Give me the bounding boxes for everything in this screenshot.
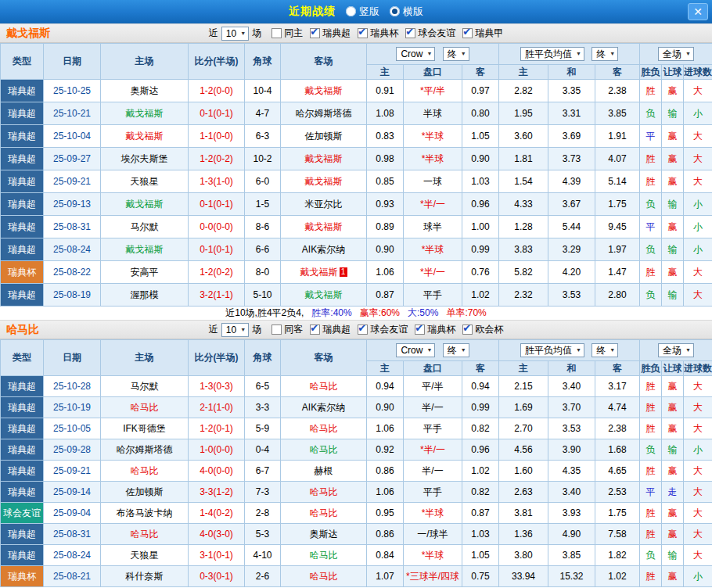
- avg-away-odds: 2.80: [595, 284, 640, 307]
- away-odds: 1.05: [462, 545, 499, 566]
- filter-checkbox-club-friendly[interactable]: 球会友谊: [405, 27, 455, 40]
- avg-home-odds: 2.15: [499, 376, 548, 397]
- avg-away-odds: 1.68: [595, 439, 640, 461]
- filter-checkbox-same-home[interactable]: 同主: [271, 27, 303, 40]
- near-label: 近: [209, 323, 218, 336]
- match-score: 1-0(0-0): [189, 439, 245, 461]
- away-odds: 0.87: [462, 503, 499, 524]
- games-count-select[interactable]: 10▼: [221, 27, 249, 41]
- match-type: 瑞典超: [1, 102, 44, 125]
- home-team: 布洛马波卡纳: [101, 503, 189, 524]
- handicap-result: 赢: [662, 148, 684, 170]
- handicap-line: *三球半/四球: [404, 566, 462, 587]
- scope-select[interactable]: 全场▼: [658, 343, 694, 357]
- home-team: 马尔默: [101, 376, 189, 397]
- goals-result: 大: [684, 376, 712, 397]
- filter-checkbox-swe-cup[interactable]: 瑞典杯: [415, 323, 455, 336]
- col-odds-away: 客: [462, 65, 499, 80]
- away-odds: 0.82: [462, 418, 499, 439]
- checkbox-icon: [358, 324, 368, 335]
- avg-time-select[interactable]: 终▼: [592, 343, 618, 357]
- layout-radio-horizontal[interactable]: 横版: [390, 5, 423, 19]
- home-odds: 1.06: [367, 418, 404, 439]
- filter-checkbox-club-friendly[interactable]: 球会友谊: [358, 323, 408, 336]
- handicap-result: 赢: [662, 566, 684, 587]
- match-row: 瑞典超25-08-24戴戈福斯0-1(0-1)6-6AIK索尔纳0.90*半球0…: [1, 238, 712, 261]
- goals-result: 大: [684, 284, 712, 307]
- home-team: 哈马比: [101, 397, 189, 418]
- avg-draw-odds: 3.53: [548, 418, 595, 439]
- odds-time-select[interactable]: 终▼: [443, 343, 469, 357]
- chevron-down-icon: ▼: [576, 345, 581, 356]
- avg-type-select[interactable]: 胜平负均值▼: [520, 343, 584, 357]
- col-type: 类型: [1, 340, 44, 376]
- checkbox-icon: [271, 324, 282, 335]
- filter-checkbox-swe-cup[interactable]: 瑞典杯: [358, 27, 398, 40]
- goals-result: 大: [684, 397, 712, 418]
- select-value: 胜平负均值: [525, 345, 572, 356]
- away-odds: 0.96: [462, 439, 499, 461]
- filter-checkbox-swe-superettan[interactable]: 瑞典甲: [462, 27, 503, 40]
- away-team: 戴戈福斯1: [281, 261, 367, 284]
- summary-segment: 赢率:60%: [360, 307, 400, 318]
- corner-count: 6-7: [245, 461, 281, 482]
- col-handicap-result: 让球: [662, 361, 684, 376]
- avg-type-select[interactable]: 胜平负均值▼: [520, 47, 584, 61]
- match-type: 瑞典超: [1, 461, 44, 482]
- goals-result: 大: [684, 482, 712, 503]
- match-score: 3-3(1-2): [189, 482, 245, 503]
- odds-source-select[interactable]: Crow▼: [396, 47, 435, 61]
- goals-result: 小: [684, 439, 712, 461]
- col-avg-draw: 和: [548, 65, 595, 80]
- filter-checkboxes: 同客瑞典超球会友谊瑞典杯欧会杯: [264, 323, 503, 336]
- filter-checkbox-swe-allsvenskan[interactable]: 瑞典超: [310, 323, 351, 336]
- avg-away-odds: 2.38: [595, 80, 640, 102]
- result: 平: [640, 216, 662, 238]
- handicap-result: 赢: [662, 461, 684, 482]
- team-name: 哈马比: [6, 323, 39, 337]
- handicap-line: 一球: [404, 170, 462, 193]
- away-odds: 1.03: [462, 524, 499, 545]
- result: 胜: [640, 80, 662, 102]
- match-date: 25-10-28: [44, 376, 101, 397]
- scope-select[interactable]: 全场▼: [658, 47, 694, 61]
- col-score: 比分(半场): [189, 44, 245, 80]
- match-type: 瑞典超: [1, 193, 44, 216]
- odds-source-select[interactable]: Crow▼: [396, 343, 435, 357]
- avg-home-odds: 1.95: [499, 102, 548, 125]
- odds-time-select[interactable]: 终▼: [443, 47, 469, 61]
- corner-count: 3-3: [245, 397, 281, 418]
- checkbox-icon: [358, 28, 368, 38]
- games-count-select[interactable]: 10▼: [221, 323, 249, 337]
- close-button[interactable]: ✕: [688, 3, 708, 20]
- checkbox-label: 瑞典杯: [370, 27, 398, 40]
- match-row: 瑞典超25-08-24天狼星3-1(0-1)4-10哈马比0.84*半球1.05…: [1, 545, 712, 566]
- filter-checkbox-same-away[interactable]: 同客: [271, 323, 303, 336]
- home-odds: 0.90: [367, 397, 404, 418]
- scope-group-header: 全场▼: [640, 340, 712, 361]
- filter-controls: 近 10▼ 场 同客瑞典超球会友谊瑞典杯欧会杯: [207, 323, 505, 337]
- result: 胜: [640, 148, 662, 170]
- home-odds: 0.98: [367, 148, 404, 170]
- layout-radio-vertical[interactable]: 竖版: [346, 5, 379, 19]
- match-score: 1-2(0-2): [189, 148, 245, 170]
- chevron-down-icon: ▼: [685, 48, 691, 59]
- col-odds-away: 客: [462, 361, 499, 376]
- away-team: 哈马比: [281, 376, 367, 397]
- home-team: 戴戈福斯: [101, 125, 189, 148]
- filter-checkbox-swe-allsvenskan[interactable]: 瑞典超: [310, 27, 351, 40]
- handicap-result: 走: [662, 482, 684, 503]
- handicap-line: 平手: [404, 418, 462, 439]
- avg-draw-odds: 4.20: [548, 261, 595, 284]
- match-row: 瑞典超25-08-31哈马比4-0(3-0)5-3奥斯达0.86一/球半1.03…: [1, 524, 712, 545]
- summary-segment: 胜率:40%: [311, 307, 351, 318]
- match-score: 4-0(3-0): [189, 524, 245, 545]
- col-corner: 角球: [245, 340, 281, 376]
- avg-time-select[interactable]: 终▼: [592, 47, 618, 61]
- match-score: 1-2(0-0): [189, 80, 245, 102]
- col-home: 主场: [101, 44, 189, 80]
- select-value: 全场: [663, 48, 681, 59]
- filter-checkbox-conference-league[interactable]: 欧会杯: [462, 323, 503, 336]
- away-odds: 1.00: [462, 216, 499, 238]
- home-team: 戴戈福斯: [101, 102, 189, 125]
